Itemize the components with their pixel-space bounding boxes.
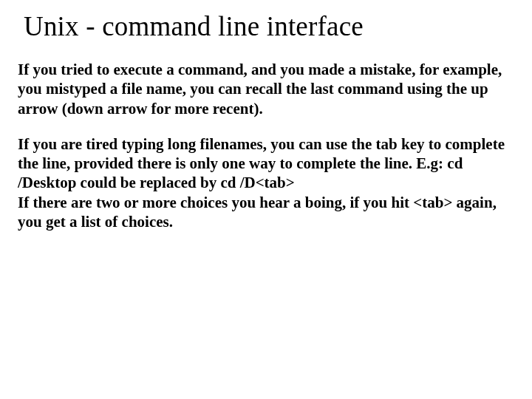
page-title: Unix - command line interface (24, 10, 514, 42)
paragraph-tab-complete: If you are tired typing long filenames, … (18, 134, 514, 231)
paragraph-recall: If you tried to execute a command, and y… (18, 60, 514, 118)
